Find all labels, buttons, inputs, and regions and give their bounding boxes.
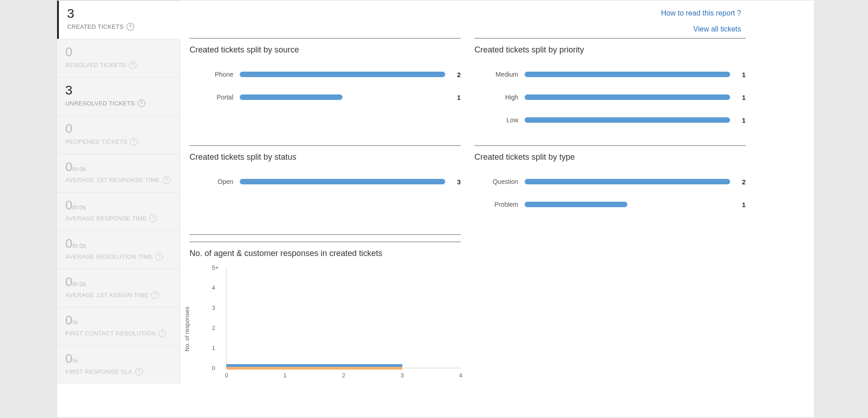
bar-value: 2 bbox=[445, 71, 461, 78]
kpi-fr-sla[interactable]: 0%FIRST RESPONSE SLA? bbox=[57, 345, 180, 384]
kpi-value: 0 bbox=[65, 198, 73, 212]
bar-track bbox=[240, 72, 445, 77]
kpi-label: AVERAGE RESOLUTION TIME bbox=[65, 253, 153, 260]
bar-source-phone[interactable]: Phone2 bbox=[189, 68, 461, 81]
kpi-unit: m 0s bbox=[73, 242, 86, 249]
kpi-label: AVERAGE 1ST RESPONSE TIME bbox=[65, 177, 160, 183]
kpi-value: 0 bbox=[65, 275, 73, 289]
bar-track bbox=[525, 202, 730, 207]
bar-value: 1 bbox=[445, 94, 461, 101]
bar-status-open[interactable]: Open3 bbox=[189, 175, 461, 188]
help-icon[interactable]: ? bbox=[130, 138, 138, 146]
bar-priority-medium[interactable]: Medium1 bbox=[474, 68, 746, 81]
kpi-label: FIRST CONTACT RESOLUTION bbox=[65, 330, 156, 337]
y-axis-title: No. of responses bbox=[184, 307, 190, 351]
kpi-label: UNRESOLVED TICKETS bbox=[65, 100, 135, 107]
bar-source-portal[interactable]: Portal1 bbox=[189, 90, 461, 104]
kpi-avg-response[interactable]: 0m 0sAVERAGE RESPONSE TIME? bbox=[57, 192, 180, 230]
bar-track bbox=[525, 94, 730, 100]
how-to-read-link[interactable]: How to read this report ? bbox=[661, 5, 741, 21]
y-tick: 5+ bbox=[212, 264, 219, 271]
help-icon[interactable]: ? bbox=[129, 61, 137, 69]
x-tick: 2 bbox=[342, 372, 345, 379]
y-tick: 3 bbox=[212, 304, 215, 311]
bar-priority-low[interactable]: Low1 bbox=[474, 113, 746, 127]
kpi-value: 3 bbox=[65, 83, 73, 97]
y-tick: 2 bbox=[212, 324, 215, 331]
x-tick: 4 bbox=[459, 372, 462, 379]
help-icon[interactable]: ? bbox=[137, 99, 145, 107]
bar-value: 2 bbox=[730, 178, 746, 186]
bar-type-problem[interactable]: Problem1 bbox=[474, 198, 746, 211]
help-icon[interactable]: ? bbox=[149, 214, 157, 222]
kpi-unit: m 0s bbox=[73, 281, 86, 287]
kpi-value: 0 bbox=[65, 45, 73, 59]
help-icon[interactable]: ? bbox=[126, 23, 134, 31]
bar-track bbox=[240, 94, 445, 100]
bar-value: 1 bbox=[730, 71, 746, 78]
help-icon[interactable]: ? bbox=[151, 291, 159, 299]
report-main: How to read this report ? View all ticke… bbox=[189, 0, 805, 418]
kpi-label: REOPENED TICKETS bbox=[65, 138, 127, 145]
bar-fill bbox=[240, 72, 445, 77]
chart-responses: No. of agent & customer responses in cre… bbox=[189, 234, 461, 391]
help-icon[interactable]: ? bbox=[135, 368, 143, 376]
bar-value: 1 bbox=[730, 94, 746, 101]
chart-type: Created tickets split by type Question2P… bbox=[474, 145, 746, 230]
bar-track bbox=[525, 179, 730, 184]
kpi-resolved[interactable]: 0RESOLVED TICKETS? bbox=[57, 39, 180, 77]
series-customer bbox=[226, 367, 402, 370]
kpi-value: 0 bbox=[65, 160, 73, 174]
kpi-value: 0 bbox=[65, 236, 73, 251]
bar-track bbox=[525, 117, 730, 123]
kpi-created[interactable]: 3CREATED TICKETS? bbox=[57, 0, 180, 39]
bar-label: Question bbox=[474, 178, 525, 185]
chart-title: Created tickets split by type bbox=[474, 145, 746, 162]
help-icon[interactable]: ? bbox=[163, 176, 170, 184]
kpi-value: 0 bbox=[65, 121, 73, 136]
kpi-avg-first-response[interactable]: 0m 0sAVERAGE 1ST RESPONSE TIME? bbox=[57, 154, 180, 192]
bar-fill bbox=[525, 94, 730, 100]
bar-value: 1 bbox=[730, 201, 746, 209]
help-icon[interactable]: ? bbox=[155, 253, 163, 261]
chart-title: Created tickets split by priority bbox=[474, 38, 746, 55]
report-panel: { "toplinks": { "help": "How to read thi… bbox=[57, 0, 815, 418]
x-tick: 0 bbox=[225, 372, 228, 379]
top-links: How to read this report ? View all ticke… bbox=[661, 5, 741, 37]
bar-priority-high[interactable]: High1 bbox=[474, 90, 746, 104]
bar-label: Phone bbox=[189, 71, 240, 78]
kpi-unit: m 0s bbox=[73, 204, 86, 211]
y-tick: 0 bbox=[212, 365, 215, 371]
kpi-fcr[interactable]: 0%FIRST CONTACT RESOLUTION? bbox=[57, 307, 180, 345]
bar-label: High bbox=[474, 94, 525, 101]
bar-fill bbox=[525, 179, 730, 184]
bar-fill bbox=[240, 179, 445, 184]
kpi-avg-first-assign[interactable]: 0m 0sAVERAGE 1ST ASSIGN TIME? bbox=[57, 269, 180, 307]
chart-title: Created tickets split by source bbox=[189, 38, 461, 55]
kpi-label: AVERAGE RESPONSE TIME bbox=[65, 215, 147, 222]
bar-value: 1 bbox=[730, 116, 746, 124]
bar-label: Low bbox=[474, 116, 525, 124]
bar-fill bbox=[525, 117, 730, 123]
view-all-tickets-link[interactable]: View all tickets bbox=[661, 21, 741, 37]
kpi-value: 0 bbox=[65, 313, 73, 327]
kpi-unit: % bbox=[73, 319, 78, 326]
kpi-reopened[interactable]: 0REOPENED TICKETS? bbox=[57, 115, 180, 154]
kpi-label: FIRST RESPONSE SLA bbox=[65, 368, 132, 375]
bar-fill bbox=[525, 202, 627, 207]
kpi-avg-resolution[interactable]: 0m 0sAVERAGE RESOLUTION TIME? bbox=[57, 230, 180, 269]
bar-label: Open bbox=[189, 178, 240, 185]
chart-priority: Created tickets split by priority Medium… bbox=[474, 38, 746, 145]
bar-label: Medium bbox=[474, 71, 525, 78]
bar-label: Portal bbox=[189, 94, 240, 101]
bar-value: 3 bbox=[445, 178, 461, 186]
bar-track bbox=[525, 72, 730, 77]
help-icon[interactable]: ? bbox=[158, 329, 166, 337]
kpi-label: CREATED TICKETS bbox=[67, 23, 124, 30]
chart-status: Created tickets split by status Open3 bbox=[189, 145, 461, 230]
bar-fill bbox=[525, 72, 730, 77]
kpi-unresolved[interactable]: 3UNRESOLVED TICKETS? bbox=[57, 77, 180, 115]
bar-type-question[interactable]: Question2 bbox=[474, 175, 746, 188]
chart-title: No. of agent & customer responses in cre… bbox=[189, 241, 461, 258]
kpi-unit: m 0s bbox=[73, 166, 86, 172]
